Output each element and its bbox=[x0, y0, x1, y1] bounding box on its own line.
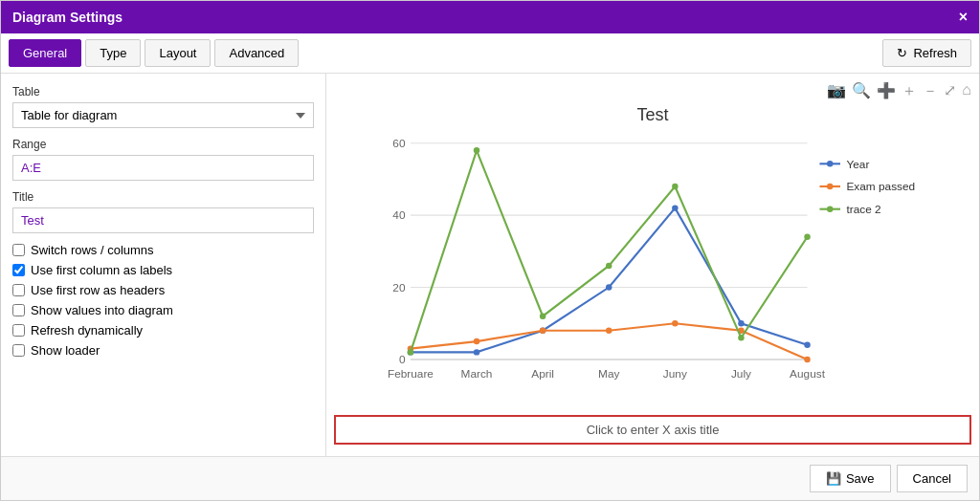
table-field-group: Table Table for diagram bbox=[12, 85, 314, 128]
chart-toolbar: 📷 🔍 ➕ ＋ － ⤢ ⌂ bbox=[334, 81, 971, 101]
table-select[interactable]: Table for diagram bbox=[12, 102, 314, 128]
svg-text:20: 20 bbox=[392, 281, 406, 294]
camera-icon[interactable]: 📷 bbox=[827, 81, 846, 101]
svg-text:Februare: Februare bbox=[388, 367, 434, 381]
svg-point-17 bbox=[474, 349, 479, 355]
x-axis-wrapper: Click to enter X axis title bbox=[334, 411, 971, 448]
fullscreen-icon[interactable]: ⤢ bbox=[944, 81, 956, 101]
title-bar: Diagram Settings × bbox=[1, 1, 979, 33]
chart-svg: 0204060FebruareMarchAprilMayJunyJulyAugu… bbox=[334, 133, 971, 401]
svg-point-32 bbox=[540, 313, 546, 318]
svg-text:Juny: Juny bbox=[663, 367, 687, 381]
left-panel: Table Table for diagram Range Title Swit… bbox=[1, 74, 326, 456]
right-panel: 📷 🔍 ➕ ＋ － ⤢ ⌂ Test 0204060FebruareMarchA… bbox=[326, 74, 979, 456]
svg-point-24 bbox=[474, 338, 479, 344]
checkbox-input[interactable] bbox=[12, 284, 25, 296]
checkbox-label: Use first column as labels bbox=[31, 263, 172, 277]
title-label: Title bbox=[12, 190, 314, 204]
checkbox-input[interactable] bbox=[12, 264, 25, 276]
svg-text:March: March bbox=[461, 367, 493, 381]
checkbox-row[interactable]: Show values into diagram bbox=[12, 303, 314, 317]
refresh-label: Refresh bbox=[913, 46, 957, 60]
checkbox-label: Show loader bbox=[31, 343, 100, 358]
tab-layout[interactable]: Layout bbox=[145, 39, 211, 67]
title-field-group: Title bbox=[12, 190, 314, 233]
minus-icon[interactable]: － bbox=[923, 81, 938, 101]
svg-point-30 bbox=[408, 349, 413, 355]
chart-title: Test bbox=[334, 105, 971, 125]
checkbox-row[interactable]: Use first row as headers bbox=[12, 283, 314, 297]
checkbox-row[interactable]: Use first column as labels bbox=[12, 263, 314, 277]
svg-text:Exam passed: Exam passed bbox=[846, 180, 915, 193]
svg-point-25 bbox=[540, 328, 546, 334]
svg-text:60: 60 bbox=[392, 137, 406, 150]
svg-point-27 bbox=[672, 320, 678, 326]
tab-type[interactable]: Type bbox=[85, 39, 141, 67]
checkboxes-container: Switch rows / columnsUse first column as… bbox=[12, 243, 314, 358]
save-label: Save bbox=[846, 471, 875, 486]
add-icon[interactable]: ＋ bbox=[902, 81, 917, 101]
refresh-icon: ↻ bbox=[897, 46, 907, 60]
checkbox-input[interactable] bbox=[12, 244, 25, 256]
tab-general[interactable]: General bbox=[9, 39, 81, 67]
close-button[interactable]: × bbox=[959, 9, 968, 26]
checkbox-label: Use first row as headers bbox=[31, 283, 165, 297]
svg-point-34 bbox=[672, 184, 678, 189]
save-icon: 💾 bbox=[826, 471, 841, 486]
svg-text:40: 40 bbox=[392, 208, 406, 222]
checkbox-row[interactable]: Switch rows / columns bbox=[12, 243, 314, 257]
svg-text:April: April bbox=[531, 367, 554, 381]
range-input[interactable] bbox=[12, 155, 314, 181]
checkbox-label: Switch rows / columns bbox=[31, 243, 154, 257]
svg-point-33 bbox=[606, 263, 612, 269]
checkbox-input[interactable] bbox=[12, 324, 25, 337]
svg-text:August: August bbox=[790, 367, 826, 381]
range-field-group: Range bbox=[12, 138, 314, 181]
svg-point-44 bbox=[827, 206, 833, 211]
refresh-button[interactable]: ↻ Refresh bbox=[882, 39, 971, 67]
tab-advanced[interactable]: Advanced bbox=[214, 39, 299, 67]
chart-area: Test 0204060FebruareMarchAprilMayJunyJul… bbox=[334, 105, 971, 407]
svg-point-22 bbox=[804, 342, 810, 348]
footer: 💾 Save Cancel bbox=[1, 456, 979, 500]
checkbox-row[interactable]: Refresh dynamically bbox=[12, 323, 314, 338]
svg-point-31 bbox=[474, 147, 479, 153]
svg-text:July: July bbox=[731, 367, 751, 381]
checkbox-input[interactable] bbox=[12, 344, 25, 357]
title-input[interactable] bbox=[12, 207, 314, 233]
main-content: Table Table for diagram Range Title Swit… bbox=[1, 74, 979, 456]
svg-point-35 bbox=[738, 335, 744, 340]
svg-text:0: 0 bbox=[399, 353, 406, 366]
svg-text:Year: Year bbox=[846, 158, 869, 171]
svg-point-26 bbox=[606, 328, 612, 334]
svg-point-19 bbox=[606, 284, 612, 290]
dialog: Diagram Settings × General Type Layout A… bbox=[0, 0, 980, 501]
checkbox-input[interactable] bbox=[12, 304, 25, 316]
svg-point-20 bbox=[672, 205, 678, 210]
plus-icon[interactable]: ➕ bbox=[877, 81, 896, 101]
zoom-in-icon[interactable]: 🔍 bbox=[852, 81, 871, 101]
svg-point-38 bbox=[827, 161, 833, 166]
svg-text:trace 2: trace 2 bbox=[846, 203, 880, 216]
dialog-title: Diagram Settings bbox=[12, 10, 122, 25]
svg-text:May: May bbox=[598, 367, 619, 381]
checkbox-label: Refresh dynamically bbox=[31, 323, 143, 338]
toolbar: General Type Layout Advanced ↻ Refresh bbox=[1, 33, 979, 74]
cancel-button[interactable]: Cancel bbox=[897, 465, 968, 492]
checkbox-label: Show values into diagram bbox=[31, 303, 173, 317]
checkbox-row[interactable]: Show loader bbox=[12, 343, 314, 358]
table-label: Table bbox=[12, 85, 314, 98]
svg-point-21 bbox=[738, 320, 744, 326]
svg-point-36 bbox=[804, 234, 810, 240]
x-axis-title-box[interactable]: Click to enter X axis title bbox=[334, 415, 971, 445]
save-button[interactable]: 💾 Save bbox=[810, 465, 891, 492]
range-label: Range bbox=[12, 138, 314, 151]
svg-point-29 bbox=[804, 357, 810, 362]
home-icon[interactable]: ⌂ bbox=[962, 81, 971, 101]
svg-point-41 bbox=[827, 184, 833, 189]
